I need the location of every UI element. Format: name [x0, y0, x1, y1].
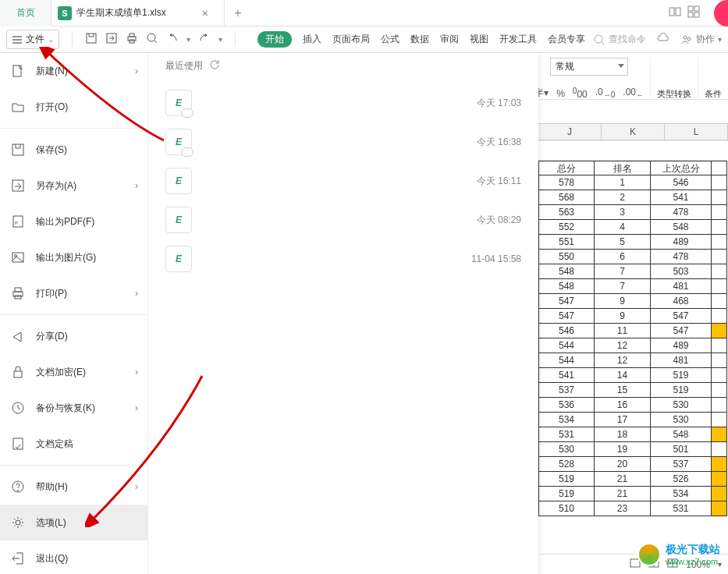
tab-member[interactable]: 会员专享	[548, 33, 585, 46]
home-tab[interactable]: 首页	[0, 0, 51, 27]
chevron-right-icon: ›	[135, 288, 138, 299]
chevron-right-icon: ›	[135, 481, 138, 492]
menu-pdf[interactable]: P 输出为PDF(F)	[0, 204, 147, 239]
percent-icon[interactable]: %	[556, 88, 565, 99]
save-as-icon[interactable]	[105, 32, 118, 47]
save-icon[interactable]	[85, 32, 98, 47]
watermark-line1: 极光下载站	[666, 543, 720, 557]
redo-icon[interactable]	[198, 32, 211, 47]
layout-thumb-icon[interactable]	[669, 5, 681, 20]
menu-encrypt[interactable]: 文档加密(E) ›	[0, 354, 147, 390]
recent-item[interactable]: E今天 17:03	[165, 83, 521, 122]
menu-backup[interactable]: 备份与恢复(K) ›	[0, 390, 147, 426]
document-tab[interactable]: S 学生期末成绩单1.xlsx ×	[51, 0, 225, 27]
table-row[interactable]: 51921534	[538, 487, 728, 501]
type-convert-label[interactable]: 类型转换	[657, 88, 691, 100]
table-row[interactable]: 53118548	[538, 427, 728, 442]
svg-point-34	[16, 520, 20, 525]
recent-time: 今天 16:11	[477, 175, 521, 188]
col-k[interactable]: K	[602, 124, 665, 140]
menu-open[interactable]: 打开(O)	[0, 89, 147, 125]
layout-grid-icon[interactable]	[687, 5, 700, 20]
avatar-icon[interactable]	[714, 0, 728, 27]
table-row[interactable]: 5524548	[538, 220, 728, 235]
svg-point-15	[595, 35, 602, 43]
chevron-down-icon: ▾	[718, 35, 722, 44]
table-row[interactable]: 5479468	[538, 294, 728, 309]
svg-rect-27	[15, 288, 21, 292]
col-j[interactable]: J	[538, 124, 602, 140]
spreadsheet[interactable]: J K L 总分 排名 上次总分 57815465682541563347855…	[538, 100, 728, 516]
table-row[interactable]: 53616530	[538, 398, 728, 413]
refresh-icon[interactable]	[209, 59, 220, 73]
table-row[interactable]: 54611547	[538, 324, 728, 338]
tab-review[interactable]: 审阅	[440, 33, 459, 46]
inc-decimal-icon[interactable]: .0→0	[595, 87, 616, 99]
table-row[interactable]: 5487481	[538, 279, 728, 294]
menu-help[interactable]: 帮助(H) ›	[0, 469, 147, 505]
menu-new-label: 新建(N)	[36, 65, 68, 78]
tab-page[interactable]: 页面布局	[332, 33, 370, 46]
table-row[interactable]: 54412489	[538, 338, 728, 353]
close-tab-icon[interactable]: ×	[202, 7, 208, 19]
tabbar: 首页 S 学生期末成绩单1.xlsx × +	[0, 0, 728, 27]
table-row[interactable]: 5487503	[538, 264, 728, 279]
cond-format-label[interactable]: 条件	[705, 88, 722, 100]
svg-rect-4	[688, 12, 693, 17]
redo-dropdown-icon[interactable]: ▾	[218, 35, 222, 44]
menu-help-label: 帮助(H)	[36, 480, 68, 494]
recent-item[interactable]: E11-04 15:58	[165, 239, 521, 278]
menu-saveas[interactable]: 另存为(A) ›	[0, 168, 147, 204]
tab-dev[interactable]: 开发工具	[499, 33, 537, 46]
menu-share[interactable]: 分享(D)	[0, 318, 147, 354]
menu-image[interactable]: 输出为图片(G)	[0, 239, 147, 275]
preview-icon[interactable]	[146, 32, 158, 47]
table-row[interactable]: 54412481	[538, 353, 728, 368]
table-row[interactable]: 52820537	[538, 457, 728, 472]
recent-item[interactable]: E今天 16:38	[165, 122, 521, 161]
menu-save[interactable]: 保存(S)	[0, 132, 147, 168]
tab-formula[interactable]: 公式	[381, 33, 400, 46]
tab-data[interactable]: 数据	[410, 33, 429, 46]
menu-options[interactable]: 选项(L)	[0, 505, 147, 540]
table-row[interactable]: 5515489	[538, 235, 728, 250]
dec-decimal-icon[interactable]: .00←	[623, 87, 644, 99]
svg-rect-3	[694, 6, 699, 11]
table-row[interactable]: 5479547	[538, 309, 728, 324]
table-row[interactable]: 5506478	[538, 250, 728, 264]
command-search[interactable]: 查找命令	[593, 33, 646, 46]
comma-icon[interactable]: 000	[573, 87, 588, 100]
coop-button[interactable]: 协作 ▾	[680, 33, 722, 46]
tab-insert[interactable]: 插入	[303, 33, 321, 46]
recent-item[interactable]: E今天 08:29	[165, 200, 521, 239]
print-icon[interactable]	[126, 32, 138, 47]
menu-print[interactable]: 打印(P) ›	[0, 275, 147, 311]
undo-icon[interactable]	[166, 32, 179, 47]
recent-item[interactable]: E今天 16:11	[165, 161, 521, 200]
table-row[interactable]: 54114519	[538, 368, 728, 383]
file-menu-button[interactable]: 文件 ⌄	[6, 30, 59, 49]
table-row[interactable]: 51023531	[538, 501, 728, 516]
table-row[interactable]: 5682541	[538, 190, 728, 205]
hdr-total: 总分	[538, 161, 595, 175]
table-row[interactable]: 53417530	[538, 413, 728, 427]
watermark-line2: www.xz7.com	[666, 557, 720, 566]
menu-pdf-label: 输出为PDF(F)	[36, 215, 94, 229]
new-tab-button[interactable]: +	[225, 6, 251, 20]
table-row[interactable]: 5781546	[538, 175, 728, 190]
menu-saveas-label: 另存为(A)	[36, 179, 76, 193]
recent-time: 今天 16:38	[477, 136, 521, 149]
table-row[interactable]: 53715519	[538, 383, 728, 398]
cloud-icon[interactable]	[657, 32, 669, 47]
tab-view[interactable]: 视图	[470, 33, 488, 46]
number-format-select[interactable]: 常规	[550, 58, 628, 76]
menu-draft[interactable]: 文档定稿	[0, 426, 147, 462]
table-row[interactable]: 53019501	[538, 442, 728, 457]
menu-exit[interactable]: 退出(Q)	[0, 540, 147, 574]
menu-new[interactable]: 新建(N) ›	[0, 53, 147, 89]
table-row[interactable]: 51921526	[538, 472, 728, 487]
tab-start[interactable]: 开始	[257, 31, 292, 48]
undo-dropdown-icon[interactable]: ▾	[186, 35, 190, 44]
col-l[interactable]: L	[665, 124, 728, 140]
table-row[interactable]: 5633478	[538, 205, 728, 220]
